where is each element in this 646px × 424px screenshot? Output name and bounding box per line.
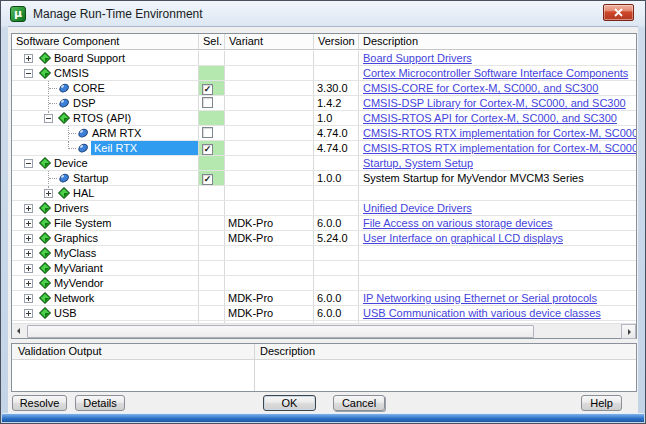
table-row[interactable]: MyVendor: [12, 276, 636, 291]
description-link[interactable]: CMSIS-RTOS RTX implementation for Cortex…: [363, 142, 636, 154]
component-label: HAL: [73, 187, 94, 200]
tree-collapse-icon[interactable]: [44, 114, 53, 123]
tree-expand-icon[interactable]: [24, 249, 33, 258]
selection-checkbox[interactable]: ✓: [202, 84, 213, 95]
description-cell: User Interface on graphical LCD displays: [359, 231, 636, 245]
tree-expand-icon[interactable]: [24, 54, 33, 63]
component-group-icon: [39, 217, 51, 229]
table-row[interactable]: GraphicsMDK-Pro5.24.0User Interface on g…: [12, 231, 636, 246]
component-label: File System: [54, 217, 111, 230]
description-cell: Unified Device Drivers: [359, 201, 636, 215]
description-link[interactable]: IP Networking using Ethernet or Serial p…: [363, 292, 597, 304]
description-link[interactable]: USB Communication with various device cl…: [363, 307, 601, 319]
scroll-right-arrow-icon[interactable]: [621, 324, 636, 339]
component-icon: [77, 142, 89, 154]
description-cell: [359, 261, 636, 275]
component-cell: RTOS (API): [12, 111, 199, 125]
component-label: CORE: [73, 82, 105, 95]
variant-cell: MDK-Pro: [225, 291, 314, 305]
variant-cell: [225, 96, 314, 110]
component-group-icon: [39, 157, 51, 169]
table-row[interactable]: Board SupportBoard Support Drivers: [12, 51, 636, 66]
details-button[interactable]: Details: [75, 395, 125, 411]
tree-expand-icon[interactable]: [24, 234, 33, 243]
table-row[interactable]: USBMDK-Pro6.0.0USB Communication with va…: [12, 306, 636, 321]
app-icon: µ: [10, 6, 26, 22]
variant-cell: [225, 201, 314, 215]
ok-button[interactable]: OK: [263, 395, 316, 411]
tree-expand-icon[interactable]: [24, 309, 33, 318]
sel-cell: [199, 96, 225, 110]
description-link[interactable]: CMSIS-CORE for Cortex-M, SC000, and SC30…: [363, 82, 598, 94]
sel-cell: [199, 216, 225, 230]
sel-cell: [199, 126, 225, 140]
version-cell: 4.74.0: [314, 141, 359, 155]
scroll-left-arrow-icon[interactable]: [12, 324, 27, 339]
selection-checkbox[interactable]: [202, 97, 213, 108]
table-row[interactable]: DeviceStartup, System Setup: [12, 156, 636, 171]
description-link[interactable]: CMSIS-RTOS RTX implementation for Cortex…: [363, 127, 636, 139]
description-link[interactable]: CMSIS-DSP Library for Cortex-M, SC000, a…: [363, 97, 626, 109]
variant-cell: [225, 66, 314, 80]
help-button[interactable]: Help: [581, 395, 622, 411]
component-label: Network: [54, 292, 94, 305]
description-cell: CMSIS-RTOS API for Cortex-M, SC000, and …: [359, 111, 636, 125]
selection-checkbox[interactable]: ✓: [202, 144, 213, 155]
variant-cell: [225, 171, 314, 185]
description-cell: [359, 246, 636, 260]
sel-cell: [199, 261, 225, 275]
component-label: Graphics: [54, 232, 98, 245]
component-icon: [58, 172, 70, 184]
tree-expand-icon[interactable]: [24, 279, 33, 288]
table-row[interactable]: RTOS (API)1.0CMSIS-RTOS API for Cortex-M…: [12, 111, 636, 126]
table-row[interactable]: MyClass: [12, 246, 636, 261]
tree-expand-icon[interactable]: [24, 204, 33, 213]
tree-connector-line: [69, 148, 76, 149]
component-label: CMSIS: [54, 67, 89, 80]
cancel-button[interactable]: Cancel: [333, 395, 385, 411]
tree-collapse-icon[interactable]: [24, 69, 33, 78]
table-row[interactable]: DSP1.4.2CMSIS-DSP Library for Cortex-M, …: [12, 96, 636, 111]
table-row[interactable]: CMSISCortex Microcontroller Software Int…: [12, 66, 636, 81]
variant-cell: [225, 246, 314, 260]
table-row[interactable]: Keil RTX✓4.74.0CMSIS-RTOS RTX implementa…: [12, 141, 636, 156]
description-cell: CMSIS-DSP Library for Cortex-M, SC000, a…: [359, 96, 636, 110]
description-cell: Board Support Drivers: [359, 51, 636, 65]
resolve-button[interactable]: Resolve: [12, 395, 67, 411]
sel-cell: [199, 51, 225, 65]
description-link[interactable]: User Interface on graphical LCD displays: [363, 232, 563, 244]
table-row[interactable]: NetworkMDK-Pro6.0.0IP Networking using E…: [12, 291, 636, 306]
tree-expand-icon[interactable]: [24, 219, 33, 228]
description-link[interactable]: File Access on various storage devices: [363, 217, 553, 229]
table-row[interactable]: HAL: [12, 186, 636, 201]
table-row[interactable]: MyVariant: [12, 261, 636, 276]
selection-checkbox[interactable]: [202, 127, 213, 138]
horizontal-scrollbar[interactable]: [12, 323, 636, 338]
table-row[interactable]: DriversUnified Device Drivers: [12, 201, 636, 216]
table-row[interactable]: CORE✓3.30.0CMSIS-CORE for Cortex-M, SC00…: [12, 81, 636, 96]
sel-cell: [199, 111, 225, 125]
description-link[interactable]: CMSIS-RTOS API for Cortex-M, SC000, and …: [363, 112, 617, 124]
selection-checkbox[interactable]: ✓: [202, 174, 213, 185]
component-cell: File System: [12, 216, 199, 230]
tree-collapse-icon[interactable]: [24, 159, 33, 168]
description-link[interactable]: Unified Device Drivers: [363, 202, 472, 214]
description-link[interactable]: Startup, System Setup: [363, 157, 473, 169]
variant-cell: MDK-Pro: [225, 231, 314, 245]
variant-cell: [225, 111, 314, 125]
window-frame-bottom: [2, 413, 644, 422]
table-row[interactable]: File SystemMDK-Pro6.0.0File Access on va…: [12, 216, 636, 231]
scrollbar-thumb[interactable]: [27, 325, 534, 338]
component-label: DSP: [73, 97, 96, 110]
panel-description-header: Description: [260, 344, 315, 359]
description-link[interactable]: Board Support Drivers: [363, 52, 472, 64]
window-titlebar[interactable]: µ Manage Run-Time Environment: [1, 1, 645, 27]
tree-expand-icon[interactable]: [24, 294, 33, 303]
tree-expand-icon[interactable]: [44, 189, 53, 198]
description-link[interactable]: Cortex Microcontroller Software Interfac…: [363, 67, 628, 79]
close-button[interactable]: [603, 4, 634, 21]
tree-expand-icon[interactable]: [24, 264, 33, 273]
table-row[interactable]: Startup✓1.0.0System Startup for MyVendor…: [12, 171, 636, 186]
component-cell: Board Support: [12, 51, 199, 65]
table-row[interactable]: ARM RTX4.74.0CMSIS-RTOS RTX implementati…: [12, 126, 636, 141]
